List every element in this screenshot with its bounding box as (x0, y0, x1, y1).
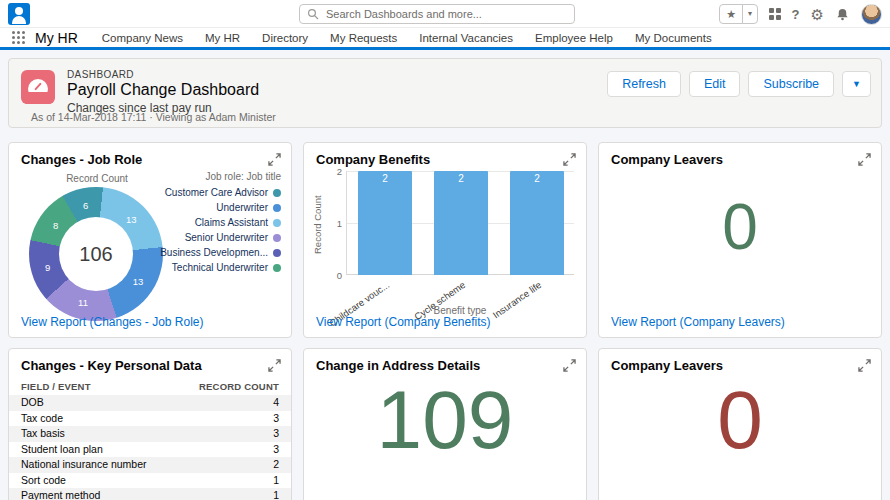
setup-gear-icon[interactable]: ⚙ (811, 7, 824, 22)
table-header: FIELD / EVENT RECORD COUNT (9, 377, 291, 396)
nav-tab-company-news[interactable]: Company News (102, 32, 183, 44)
table-row[interactable]: National insurance number2 (9, 457, 291, 473)
search-input[interactable] (299, 4, 575, 24)
expand-icon[interactable] (268, 359, 281, 372)
legend-dot (273, 234, 281, 242)
card-title: Company Leavers (611, 152, 723, 167)
card-change-address: Change in Address Details 109 (303, 348, 587, 500)
card-key-personal-data: Changes - Key Personal Data FIELD / EVEN… (8, 348, 292, 500)
legend-item[interactable]: Business Developmen... (159, 247, 281, 258)
donut-label-0: 6 (83, 200, 88, 211)
donut-chart[interactable]: 6 13 13 11 9 8 106 (29, 187, 163, 321)
app-launcher-icon[interactable] (12, 31, 25, 44)
card-company-leavers-top: Company Leavers 0 View Report (Company L… (598, 142, 882, 338)
favorites-caret-icon[interactable]: ▾ (742, 5, 757, 23)
legend-dot (273, 249, 281, 257)
legend-dot (273, 189, 281, 197)
app-name: My HR (35, 30, 78, 46)
record-type-label: DASHBOARD (67, 69, 134, 80)
favorites-star-icon[interactable]: ★ (720, 5, 742, 23)
expand-icon[interactable] (268, 153, 281, 166)
legend-dot (273, 264, 281, 272)
page-title: Payroll Change Dashboard (67, 81, 259, 99)
legend-item[interactable]: Senior Underwriter (159, 232, 281, 243)
legend-item[interactable]: Technical Underwriter (159, 262, 281, 273)
table-row[interactable]: Sort code1 (9, 473, 291, 489)
card-title: Change in Address Details (316, 358, 480, 373)
card-company-leavers-bottom: Company Leavers 0 (598, 348, 882, 500)
card-title: Company Leavers (611, 358, 723, 373)
metric-address-changes: 109 (304, 379, 586, 461)
legend-item[interactable]: Underwriter (159, 202, 281, 213)
y-tick: 0 (328, 270, 342, 281)
nav-tab-my-requests[interactable]: My Requests (330, 32, 397, 44)
card-title: Changes - Key Personal Data (21, 358, 202, 373)
bar[interactable]: 2 (434, 171, 488, 275)
donut-label-1: 13 (126, 213, 137, 224)
view-report-link[interactable]: View Report (Company Leavers) (611, 315, 785, 329)
more-actions-button[interactable]: ▼ (842, 71, 871, 97)
person-icon (15, 7, 23, 15)
favorites-button-group[interactable]: ★ ▾ (719, 4, 758, 24)
metric-leavers-top: 0 (599, 195, 881, 259)
donut-label-2: 13 (133, 276, 144, 287)
donut-label-3: 11 (78, 297, 88, 308)
donut-label-4: 9 (45, 261, 50, 272)
subscribe-button[interactable]: Subscribe (748, 71, 834, 97)
card-changes-job-role: Changes - Job Role Record Count 6 13 13 … (8, 142, 292, 338)
nav-tab-my-hr[interactable]: My HR (205, 32, 240, 44)
table-body: DOB4 Tax code3 Tax basis3 Student loan p… (9, 395, 291, 500)
legend-item[interactable]: Claims Assistant (159, 217, 281, 228)
expand-icon[interactable] (563, 359, 576, 372)
card-title: Company Benefits (316, 152, 430, 167)
view-report-link[interactable]: View Report (Changes - Job Role) (21, 315, 204, 329)
nav-tab-internal-vacancies[interactable]: Internal Vacancies (419, 32, 513, 44)
legend-dot (273, 204, 281, 212)
expand-icon[interactable] (563, 153, 576, 166)
avatar[interactable] (861, 4, 882, 25)
expand-icon[interactable] (858, 153, 871, 166)
legend-item[interactable]: Customer Care Advisor (159, 187, 281, 198)
column-field: FIELD / EVENT (21, 381, 91, 392)
table-row[interactable]: Tax basis3 (9, 426, 291, 442)
search-icon (307, 8, 319, 20)
nav-tab-directory[interactable]: Directory (262, 32, 308, 44)
bar[interactable]: 2 (358, 171, 412, 275)
view-report-link[interactable]: View Report (Company Benefits) (316, 315, 491, 329)
bar-y-axis-label: Record Count (312, 179, 323, 271)
legend-title: Job role: Job title (159, 171, 281, 182)
table-row[interactable]: DOB4 (9, 395, 291, 411)
bar-chart: 2 1 0 2 2 2 Childcare vouc... Cycle sche… (346, 171, 574, 275)
dashboard-header: DASHBOARD Payroll Change Dashboard Chang… (8, 58, 882, 128)
grid-icon[interactable] (769, 8, 781, 20)
dashboard-icon (21, 70, 55, 104)
edit-button[interactable]: Edit (689, 71, 741, 97)
bar[interactable]: 2 (510, 171, 564, 275)
last-refresh-meta: As of 14-Mar-2018 17:11 · Viewing as Ada… (31, 111, 276, 123)
app-logo-icon[interactable] (8, 3, 30, 25)
card-title: Changes - Job Role (21, 152, 142, 167)
y-tick: 2 (328, 166, 342, 177)
metric-leavers-bottom: 0 (599, 379, 881, 461)
refresh-button[interactable]: Refresh (607, 71, 681, 97)
help-icon[interactable]: ? (792, 8, 800, 21)
donut-label-5: 8 (53, 219, 58, 230)
app-nav-bar: My HR Company News My HR Directory My Re… (0, 28, 890, 50)
column-count: RECORD COUNT (199, 381, 279, 392)
donut-total: 106 (59, 217, 133, 291)
global-search (299, 4, 575, 24)
table-row[interactable]: Payment method1 (9, 488, 291, 500)
donut-legend: Job role: Job title Customer Care Adviso… (159, 171, 281, 277)
nav-tab-my-documents[interactable]: My Documents (635, 32, 712, 44)
global-header: ★ ▾ ? ⚙ (0, 0, 890, 28)
notifications-bell-icon[interactable] (835, 7, 850, 22)
donut-axis-label: Record Count (27, 173, 167, 184)
table-row[interactable]: Tax code3 (9, 411, 291, 427)
table-row[interactable]: Student loan plan3 (9, 442, 291, 458)
card-company-benefits: Company Benefits Record Count 2 1 0 2 2 … (303, 142, 587, 338)
y-tick: 1 (328, 218, 342, 229)
legend-dot (273, 219, 281, 227)
nav-tab-employee-help[interactable]: Employee Help (535, 32, 613, 44)
expand-icon[interactable] (858, 359, 871, 372)
